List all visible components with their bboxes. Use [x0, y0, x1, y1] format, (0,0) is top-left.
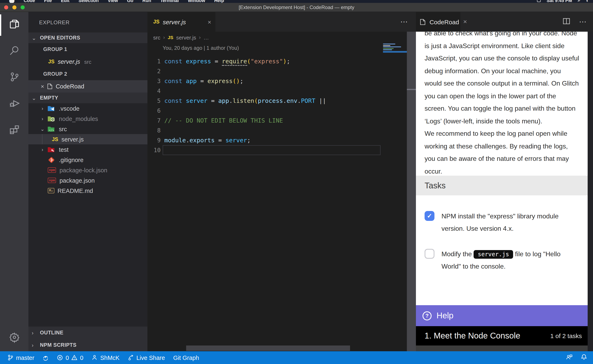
activitybar-settings[interactable] [0, 325, 28, 351]
task-checkbox[interactable] [425, 249, 434, 259]
line-number: 5 [147, 98, 161, 104]
breadcrumb[interactable]: src›JSserver.js›… [147, 32, 416, 43]
task-progress: 1 of 2 tasks [550, 332, 588, 339]
code-line-8[interactable]: 8 [147, 125, 383, 135]
close-icon[interactable]: × [41, 83, 44, 90]
split-editor-icon[interactable] [563, 18, 570, 26]
panel-resize-sash[interactable] [407, 32, 416, 351]
question-icon: ? [422, 311, 432, 320]
tree-item--vscode[interactable]: ›.vscode [28, 103, 147, 114]
git-graph-button[interactable]: Git Graph [173, 354, 199, 361]
more-actions-icon[interactable]: ⋯ [579, 17, 587, 26]
chevron-right-icon: › [32, 342, 38, 348]
chevron-down-icon: ⌄ [32, 95, 38, 101]
search-icon [8, 45, 20, 58]
activitybar-extensions[interactable] [0, 117, 28, 143]
apple-menu-icon[interactable]: ⬤ [9, 0, 15, 3]
chevron-right-icon: › [32, 330, 38, 336]
menu-item-selection[interactable]: Selection [79, 0, 99, 3]
user-account-status[interactable]: ShMcK [92, 354, 120, 361]
open-editors-header[interactable]: ⌄ OPEN EDITORS [28, 32, 147, 43]
explorer-icon [8, 19, 20, 32]
minimap-viewport[interactable] [383, 51, 407, 52]
js-file-icon: JS [52, 136, 58, 142]
vscode-folder-icon [48, 105, 56, 112]
code-editor[interactable]: You, 20 days ago | 1 author (You) 1const… [147, 43, 416, 351]
code-line-6[interactable]: 6 [147, 106, 383, 116]
tree-item-readme-md[interactable]: ›M↓README.md [28, 186, 147, 196]
menu-item-go[interactable]: Go [127, 0, 133, 3]
close-tab-icon[interactable]: × [207, 18, 211, 25]
editor-actions-button[interactable]: ⋯ [400, 12, 408, 32]
vscode-window: ⬤CodeFileEditSelectionViewGoRunTerminalW… [0, 0, 593, 364]
status-bar: master 0 0 ShMcK Live Share Git Graph [0, 351, 593, 364]
breadcrumb-file[interactable]: server.js [176, 34, 196, 40]
tree-item-node-modules[interactable]: ›JSnode_modules [28, 114, 147, 124]
tab-coderoad[interactable]: CodeRoad × [416, 12, 460, 32]
notifications-bell-icon[interactable] [581, 354, 587, 362]
menu-item-terminal[interactable]: Terminal [160, 0, 179, 3]
close-tab-icon[interactable]: × [463, 18, 467, 26]
code-chip: server.js [474, 250, 513, 259]
open-editor-item[interactable]: JSserver.jssrc [28, 56, 147, 68]
open-editor-item[interactable]: ×CodeRoad [28, 80, 147, 92]
live-share-button[interactable]: Live Share [128, 354, 165, 361]
help-bar[interactable]: ? Help [416, 305, 588, 326]
tree-item-test[interactable]: ›test [28, 144, 147, 155]
panel-scrollbar-gutter[interactable] [588, 32, 593, 351]
breadcrumb-symbol[interactable]: … [203, 34, 209, 40]
menu-item-edit[interactable]: Edit [61, 0, 70, 3]
problems-status[interactable]: 0 0 [57, 354, 83, 361]
activitybar-explorer[interactable] [0, 12, 28, 38]
tree-item-src[interactable]: ⌄</>src [28, 124, 147, 134]
sash-handle[interactable] [407, 89, 416, 90]
activitybar-search[interactable] [0, 38, 28, 65]
git-branch-status[interactable]: master [7, 354, 34, 361]
menu-item-code[interactable]: Code [24, 0, 35, 3]
current-line-highlight [163, 145, 380, 155]
section-outline[interactable]: ›OUTLINE [28, 327, 147, 339]
explorer-title: EXPLORER [28, 12, 147, 32]
tree-item-package-json[interactable]: ›npmpackage.json [28, 175, 147, 186]
breadcrumb-folder[interactable]: src [153, 34, 160, 40]
minimap[interactable] [383, 44, 407, 52]
menu-item-help[interactable]: Help [214, 0, 224, 3]
feedback-icon[interactable] [566, 354, 573, 362]
code-line-3[interactable]: 3const app = express(); [147, 76, 383, 86]
tree-item--gitignore[interactable]: ›.gitignore [28, 155, 147, 165]
chevron-right-icon: › [40, 105, 45, 111]
activitybar-run-debug[interactable] [0, 91, 28, 117]
lesson-footer[interactable]: 1. Meet the Node Console 1 of 2 tasks [416, 326, 588, 345]
line-number: 6 [147, 107, 161, 114]
tree-item-server-js[interactable]: JSserver.js [28, 134, 147, 144]
code-line-2[interactable]: 2 [147, 66, 383, 76]
node-folder-icon: JS [48, 115, 56, 122]
code-line-7[interactable]: 7// -- DO NOT EDIT BELOW THIS LINE [147, 116, 383, 125]
line-number: 7 [147, 117, 161, 124]
horizontal-scrollbar[interactable] [186, 345, 350, 351]
menu-item-run[interactable]: Run [142, 0, 151, 3]
menu-item-file[interactable]: File [44, 0, 52, 3]
tab-server-js[interactable]: JS server.js × [147, 12, 215, 32]
open-editors-group-label: GROUP 1 [28, 43, 147, 56]
code-line-9[interactable]: 9module.exports = server; [147, 135, 383, 145]
code-line-5[interactable]: 5const server = app.listen(process.env.P… [147, 96, 383, 106]
indent-guide [42, 134, 42, 144]
tree-item-package-lock-json[interactable]: ›npmpackage-lock.json [28, 165, 147, 175]
code-line-1[interactable]: 1const express = require("express"); [147, 56, 383, 66]
macos-menu-bar: ⬤CodeFileEditSelectionViewGoRunTerminalW… [0, 0, 593, 3]
codelens-annotation[interactable]: You, 20 days ago | 1 author (You) [163, 45, 239, 51]
svg-text:</>: </> [49, 128, 54, 132]
folder-section-header[interactable]: ⌄ EMPTY [28, 92, 147, 103]
spotlight-icon: ⌕ [578, 0, 580, 3]
code-line-4[interactable]: 4 [147, 86, 383, 96]
activitybar-source-control[interactable] [0, 65, 28, 91]
menu-item-window[interactable]: Window [188, 0, 205, 3]
sync-changes-button[interactable] [43, 355, 49, 361]
task-item-2: Modify the server.js file to log "HelloW… [416, 248, 588, 273]
panel-tab-bar: CodeRoad × ⋯ [416, 12, 593, 32]
document-icon [47, 84, 52, 89]
menu-item-view[interactable]: View [108, 0, 118, 3]
task-checkbox[interactable]: ✓ [425, 211, 434, 221]
section-npm-scripts[interactable]: ›NPM SCRIPTS [28, 339, 147, 351]
